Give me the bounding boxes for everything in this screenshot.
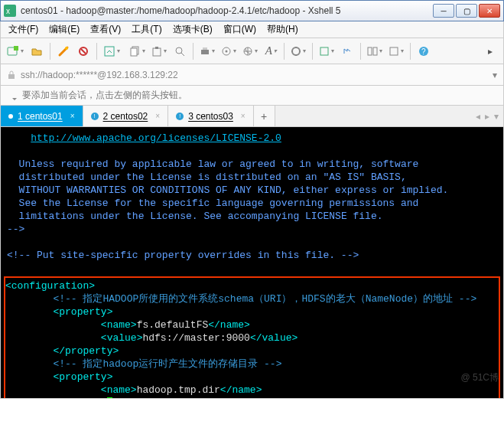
- font-button[interactable]: A: [262, 42, 279, 60]
- lock-icon: [7, 70, 16, 80]
- reconnect-button[interactable]: [55, 42, 72, 60]
- tab-next-icon[interactable]: ▸: [485, 111, 489, 122]
- svg-point-11: [176, 47, 182, 54]
- language-button[interactable]: [241, 42, 259, 60]
- plus-icon: +: [261, 110, 267, 122]
- svg-point-15: [226, 50, 228, 52]
- svg-text:?: ?: [421, 47, 426, 56]
- svg-rect-12: [201, 50, 209, 54]
- paste-button[interactable]: [150, 42, 168, 60]
- address-dropdown-icon[interactable]: ▾: [493, 70, 497, 80]
- menu-tools[interactable]: 工具(T): [127, 21, 166, 38]
- find-button[interactable]: [171, 42, 188, 60]
- tab-close-icon[interactable]: ×: [241, 112, 245, 120]
- svg-rect-24: [8, 74, 15, 79]
- xml-tag: <property>: [53, 371, 112, 383]
- svg-rect-21: [390, 47, 398, 55]
- new-session-button[interactable]: [5, 42, 25, 60]
- xml-tag: </value>: [250, 332, 298, 344]
- toolbar: A ? ▸: [0, 38, 504, 64]
- terminal-view[interactable]: http://www.apache.org/licenses/LICENSE-2…: [0, 127, 504, 399]
- disconnect-button[interactable]: [75, 42, 92, 60]
- properties-button[interactable]: [219, 42, 238, 60]
- toolbar-overflow[interactable]: ▸: [482, 42, 499, 60]
- window-title: centos01 - hadoop@master:/home/hadoop/ha…: [21, 5, 433, 16]
- tab-close-icon[interactable]: ×: [70, 112, 75, 120]
- svg-rect-18: [320, 47, 328, 55]
- svg-point-4: [65, 47, 68, 50]
- tab-label: 2 centos02: [103, 111, 148, 122]
- menu-tabs[interactable]: 选项卡(B): [168, 21, 217, 38]
- menu-bar: 文件(F) 编辑(E) 查看(V) 工具(T) 选项卡(B) 窗口(W) 帮助(…: [0, 21, 504, 38]
- tab-prev-icon[interactable]: ◂: [476, 111, 480, 122]
- svg-rect-19: [368, 47, 372, 55]
- xml-tag: </property>: [53, 345, 119, 357]
- tools-button[interactable]: [289, 42, 307, 60]
- tab-active-icon: [8, 114, 13, 119]
- maximize-button[interactable]: ▢: [456, 4, 477, 18]
- minimize-button[interactable]: ─: [433, 4, 454, 18]
- xml-value: hdfs://master:9000: [142, 332, 249, 344]
- profiles-button[interactable]: [102, 42, 122, 60]
- tab-centos02[interactable]: ! 2 centos02 ×: [83, 106, 169, 126]
- svg-rect-13: [203, 47, 207, 50]
- tab-status-icon: !: [176, 113, 184, 120]
- xml-value: /home/hadoop/hadoop-2.4.1/tmp: [142, 397, 315, 399]
- svg-point-17: [292, 47, 300, 55]
- menu-help[interactable]: 帮助(H): [262, 21, 303, 38]
- help-button[interactable]: ?: [415, 42, 432, 60]
- separator: [96, 43, 97, 60]
- xml-value: fs.defaultFS: [137, 319, 209, 331]
- print-button[interactable]: [198, 42, 216, 60]
- menu-edit[interactable]: 编辑(E): [44, 21, 84, 38]
- close-button[interactable]: ✕: [479, 4, 500, 18]
- svg-rect-10: [155, 47, 158, 49]
- license-url: http://www.apache.org/licenses/LICENSE-2…: [31, 132, 281, 144]
- xml-tag: <: [101, 397, 107, 399]
- hint-arrow-icon[interactable]: [7, 90, 18, 101]
- menu-window[interactable]: 窗口(W): [219, 21, 261, 38]
- address-text[interactable]: ssh://hadoop:******@192.168.3.129:22: [21, 70, 488, 80]
- transfer-button[interactable]: [339, 42, 356, 60]
- xml-tag: <configuration>: [5, 280, 95, 292]
- menu-file[interactable]: 文件(F): [4, 21, 43, 38]
- license-text: Unless required by applicable law or agr…: [19, 158, 419, 170]
- open-button[interactable]: [28, 42, 45, 60]
- xml-tag: <name>: [101, 384, 137, 396]
- xml-tag: </value>: [316, 397, 363, 399]
- license-text: See the License for the specific languag…: [19, 198, 419, 209]
- tab-list-icon[interactable]: ▾: [494, 111, 499, 122]
- xml-tag: </name>: [208, 319, 250, 331]
- tab-close-icon[interactable]: ×: [155, 112, 160, 120]
- xml-tag: <value>: [101, 332, 143, 344]
- separator: [410, 43, 411, 60]
- xml-tag: </name>: [220, 384, 262, 396]
- hint-text: 要添加当前会话，点击左侧的箭头按钮。: [22, 89, 187, 102]
- svg-rect-3: [14, 46, 18, 51]
- svg-rect-20: [373, 47, 377, 55]
- xml-tag: alue>: [112, 397, 142, 399]
- highlight-box: <configuration> <!-- 指定HADOOP所使用的文件系统sch…: [4, 276, 500, 399]
- svg-text:x: x: [6, 7, 10, 15]
- separator: [360, 43, 361, 60]
- license-text: distributed under the License is distrib…: [19, 171, 407, 183]
- encoding-button[interactable]: [387, 42, 405, 60]
- svg-rect-6: [105, 47, 114, 56]
- xml-tag: <property>: [53, 306, 112, 318]
- tab-centos03[interactable]: ! 3 centos03 ×: [168, 106, 254, 126]
- site-comment: <!-- Put site-specific property override…: [7, 249, 497, 262]
- tab-add-button[interactable]: +: [254, 106, 275, 126]
- xml-value: hadoop.tmp.dir: [137, 384, 220, 396]
- copy-button[interactable]: [128, 42, 147, 60]
- menu-view[interactable]: 查看(V): [86, 21, 125, 38]
- layout-button[interactable]: [366, 42, 384, 60]
- tab-label: 3 centos03: [188, 111, 233, 122]
- tab-centos01[interactable]: 1 centos01 ×: [1, 106, 83, 126]
- comment-end: -->: [7, 223, 497, 236]
- svg-rect-9: [153, 48, 161, 56]
- script-button[interactable]: [317, 42, 336, 60]
- xml-comment: <!-- 指定HADOOP所使用的文件系统schema（URI），HDFS的老大…: [53, 293, 476, 305]
- separator: [50, 43, 50, 60]
- app-icon: x: [4, 5, 16, 17]
- watermark: @ 51C博: [460, 371, 499, 384]
